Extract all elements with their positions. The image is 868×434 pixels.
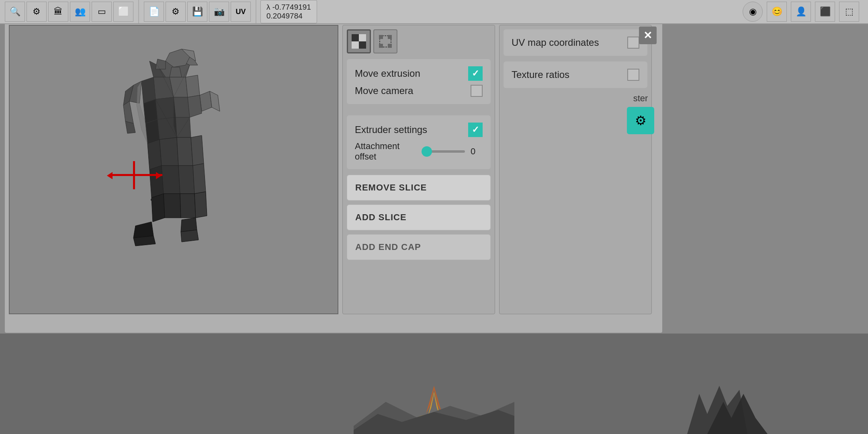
svg-rect-55 xyxy=(388,44,392,48)
right-side-label: ster xyxy=(633,93,648,104)
svg-rect-48 xyxy=(359,34,366,41)
svg-rect-49 xyxy=(352,41,359,49)
rect-tool-btn[interactable]: ▭ xyxy=(92,2,112,22)
texture-ratios-card: Texture ratios xyxy=(504,61,647,88)
svg-marker-39 xyxy=(181,218,197,232)
texture-ratios-checkbox[interactable] xyxy=(627,69,639,81)
checkerboard-icon-btn[interactable] xyxy=(347,29,371,53)
close-button[interactable]: ✕ xyxy=(639,27,657,44)
scenic-bottom xyxy=(0,334,868,434)
move-camera-label: Move camera xyxy=(355,85,413,96)
svg-marker-34 xyxy=(164,194,181,218)
coord-y-value: 0.2049784 xyxy=(266,12,303,20)
move-extrusion-row: Move extrusion xyxy=(355,66,483,81)
uv-map-card: UV map coordinates xyxy=(504,29,647,56)
attachment-offset-track[interactable] xyxy=(425,150,465,153)
svg-marker-31 xyxy=(178,166,194,194)
move-extrusion-checkbox[interactable] xyxy=(468,66,483,81)
extruder-settings-label: Extruder settings xyxy=(355,124,427,135)
frame-tool-btn[interactable]: ⬜ xyxy=(113,2,133,22)
attachment-offset-label: Attachmentoffset xyxy=(355,141,419,162)
right-settings-panel: Move extrusion Move camera Extruder sett… xyxy=(342,25,495,314)
texture-ratios-row: Texture ratios xyxy=(512,69,639,81)
svg-marker-18 xyxy=(156,97,176,119)
uv-tool-btn[interactable]: UV xyxy=(231,2,251,22)
file-tool-btn[interactable]: 📄 xyxy=(144,2,164,22)
svg-marker-32 xyxy=(193,164,206,194)
top-right-toolbar: ◉ 😊 👤 ⬛ ⬚ xyxy=(742,1,868,23)
icon-btn-row xyxy=(347,29,491,53)
remove-slice-button[interactable]: REMOVE SLICE xyxy=(347,175,491,201)
svg-marker-36 xyxy=(194,192,207,218)
group-tool-btn[interactable]: 👤 xyxy=(791,2,811,22)
extruder-settings-checkbox[interactable] xyxy=(468,123,483,137)
add-end-cap-button[interactable]: ADD END CAP xyxy=(347,234,491,260)
attachment-offset-value: 0 xyxy=(471,146,483,157)
bottom-effect-svg xyxy=(354,354,514,434)
svg-marker-6 xyxy=(156,59,166,69)
svg-marker-28 xyxy=(191,135,204,166)
svg-marker-30 xyxy=(162,166,180,194)
model-container xyxy=(10,26,338,313)
far-right-panel: UV map coordinates Texture ratios xyxy=(499,25,652,314)
camera-tool-btn[interactable]: 📷 xyxy=(209,2,229,22)
svg-marker-25 xyxy=(147,139,162,170)
svg-marker-35 xyxy=(180,194,196,218)
extruder-settings-card: Extruder settings Attachmentoffset 0 xyxy=(347,115,491,169)
svg-marker-20 xyxy=(188,95,202,117)
svg-rect-54 xyxy=(379,44,383,48)
move-extrusion-label: Move extrusion xyxy=(355,68,420,79)
svg-marker-27 xyxy=(177,137,193,166)
svg-marker-7 xyxy=(170,67,182,77)
svg-rect-47 xyxy=(352,34,359,41)
svg-rect-52 xyxy=(379,35,383,39)
svg-marker-24 xyxy=(145,119,160,143)
zoom-tool-btn[interactable]: 🔍 xyxy=(5,2,25,22)
attachment-offset-slider-row: Attachmentoffset 0 xyxy=(355,141,483,162)
svg-marker-57 xyxy=(426,386,442,414)
svg-marker-26 xyxy=(160,137,178,166)
bottom-silhouettes xyxy=(667,354,788,434)
move-camera-row: Move camera xyxy=(355,85,483,97)
right-side-panel: ster ⚙ xyxy=(627,93,654,134)
config-tool-btn[interactable]: ⚙ xyxy=(166,2,186,22)
svg-marker-21 xyxy=(143,99,158,123)
texture-ratios-label: Texture ratios xyxy=(512,69,569,80)
svg-rect-53 xyxy=(388,35,392,39)
layers-tool-btn[interactable]: 🏛 xyxy=(48,2,68,22)
svg-marker-29 xyxy=(149,166,164,198)
toolbar-group-2: 📄 ⚙ 💾 📷 UV xyxy=(139,0,256,23)
uv-map-label: UV map coordinates xyxy=(512,37,599,48)
attachment-offset-thumb[interactable] xyxy=(422,146,432,157)
extruder-settings-row: Extruder settings xyxy=(355,123,483,137)
svg-rect-50 xyxy=(359,41,366,49)
settings-tool-btn[interactable]: ⚙ xyxy=(27,2,47,22)
top-toolbar: 🔍 ⚙ 🏛 👥 ▭ ⬜ 📄 ⚙ 💾 📷 UV λ -0.7749191 0.20… xyxy=(0,0,868,24)
uv-map-row: UV map coordinates xyxy=(512,37,639,49)
model-dot xyxy=(151,199,153,201)
face-tool-btn[interactable]: 😊 xyxy=(767,2,787,22)
save-tool-btn[interactable]: 💾 xyxy=(187,2,207,22)
coords-display: λ -0.7749191 0.2049784 xyxy=(260,0,317,23)
frame-tool-tr-btn[interactable]: ⬛ xyxy=(815,2,835,22)
svg-marker-11 xyxy=(141,77,156,103)
model-svg xyxy=(77,33,270,306)
svg-marker-19 xyxy=(174,97,190,117)
uv-map-checkbox[interactable] xyxy=(627,37,639,49)
main-dialog: ✕ xyxy=(4,20,663,334)
dotted-tool-btn[interactable]: ⬚ xyxy=(839,2,859,22)
move-settings-card: Move extrusion Move camera xyxy=(347,59,491,104)
move-camera-checkbox[interactable] xyxy=(471,85,483,97)
add-slice-button[interactable]: ADD SLICE xyxy=(347,205,491,230)
right-side-gear-btn[interactable]: ⚙ xyxy=(627,107,654,134)
svg-marker-38 xyxy=(133,236,156,246)
view-circle-tool-btn[interactable]: ◉ xyxy=(743,2,763,22)
people-tool-btn[interactable]: 👥 xyxy=(70,2,90,22)
coord-x-value: -0.7749191 xyxy=(272,3,311,11)
svg-marker-10 xyxy=(186,75,200,97)
svg-marker-40 xyxy=(181,230,199,242)
coord-lambda: λ xyxy=(266,3,270,11)
select-icon-btn[interactable] xyxy=(373,29,397,53)
3d-viewport[interactable] xyxy=(9,25,338,314)
toolbar-group-1: 🔍 ⚙ 🏛 👥 ▭ ⬜ xyxy=(0,0,139,23)
